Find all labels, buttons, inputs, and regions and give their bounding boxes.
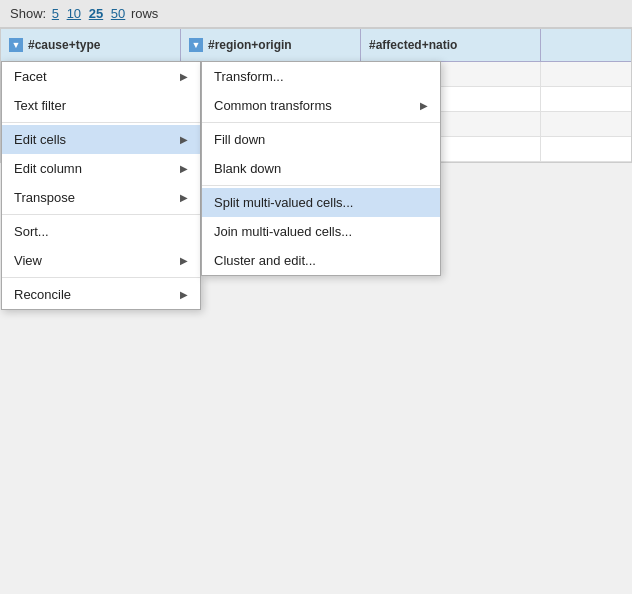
page-5[interactable]: 5 bbox=[52, 6, 59, 21]
menu-item-edit-column[interactable]: Edit column ▶ bbox=[2, 154, 200, 183]
submenu-label-transform: Transform... bbox=[214, 69, 284, 84]
menu-item-text-filter[interactable]: Text filter bbox=[2, 91, 200, 120]
submenu-arrow-reconcile: ▶ bbox=[180, 289, 188, 300]
submenu-arrow-edit-cells: ▶ bbox=[180, 134, 188, 145]
dropdown-arrow-region[interactable]: ▼ bbox=[189, 38, 203, 52]
menu-label-transpose: Transpose bbox=[14, 190, 75, 205]
menu-label-edit-cells: Edit cells bbox=[14, 132, 66, 147]
submenu-label-blank-down: Blank down bbox=[214, 161, 281, 176]
submenu-edit-cells: Transform... Common transforms ▶ Fill do… bbox=[201, 61, 441, 276]
menu-label-sort: Sort... bbox=[14, 224, 49, 239]
menu-separator-3 bbox=[2, 277, 200, 278]
submenu-label-split-multi: Split multi-valued cells... bbox=[214, 195, 353, 210]
menu-label-facet: Facet bbox=[14, 69, 47, 84]
menu-item-edit-cells[interactable]: Edit cells ▶ bbox=[2, 125, 200, 154]
page-25[interactable]: 25 bbox=[89, 6, 103, 21]
dropdown-arrow-cause[interactable]: ▼ bbox=[9, 38, 23, 52]
col-header-affected-nation[interactable]: #affected+natio bbox=[361, 29, 541, 61]
table-header: ▼ #cause+type ▼ #region+origin #affected… bbox=[1, 29, 631, 62]
col-header-cause-type[interactable]: ▼ #cause+type bbox=[1, 29, 181, 61]
submenu-separator-2 bbox=[202, 185, 440, 186]
submenu-item-split-multi[interactable]: Split multi-valued cells... bbox=[202, 188, 440, 217]
submenu-item-common-transforms[interactable]: Common transforms ▶ bbox=[202, 91, 440, 120]
submenu-arrow-view: ▶ bbox=[180, 255, 188, 266]
submenu-label-common-transforms: Common transforms bbox=[214, 98, 332, 113]
submenu-item-transform[interactable]: Transform... bbox=[202, 62, 440, 91]
col-label-region-origin: #region+origin bbox=[208, 38, 292, 52]
show-label: Show: bbox=[10, 6, 46, 21]
submenu-arrow-edit-column: ▶ bbox=[180, 163, 188, 174]
submenu-separator-1 bbox=[202, 122, 440, 123]
menu-label-text-filter: Text filter bbox=[14, 98, 66, 113]
submenu-arrow-facet: ▶ bbox=[180, 71, 188, 82]
submenu-item-fill-down[interactable]: Fill down bbox=[202, 125, 440, 154]
menu-item-reconcile[interactable]: Reconcile ▶ bbox=[2, 280, 200, 309]
page-10[interactable]: 10 bbox=[67, 6, 81, 21]
top-bar: Show: 5 10 25 50 rows bbox=[0, 0, 632, 28]
context-menu: Facet ▶ Text filter Edit cells ▶ Edit co… bbox=[1, 61, 201, 310]
submenu-label-cluster-edit: Cluster and edit... bbox=[214, 253, 316, 268]
menu-label-view: View bbox=[14, 253, 42, 268]
col-label-cause-type: #cause+type bbox=[28, 38, 100, 52]
rows-label: rows bbox=[131, 6, 158, 21]
menu-item-facet[interactable]: Facet ▶ bbox=[2, 62, 200, 91]
submenu-label-fill-down: Fill down bbox=[214, 132, 265, 147]
menu-label-reconcile: Reconcile bbox=[14, 287, 71, 302]
submenu-label-join-multi: Join multi-valued cells... bbox=[214, 224, 352, 239]
menu-separator-2 bbox=[2, 214, 200, 215]
submenu-item-join-multi[interactable]: Join multi-valued cells... bbox=[202, 217, 440, 246]
menu-item-view[interactable]: View ▶ bbox=[2, 246, 200, 275]
menu-separator-1 bbox=[2, 122, 200, 123]
menu-item-sort[interactable]: Sort... bbox=[2, 217, 200, 246]
col-label-affected-nation: #affected+natio bbox=[369, 38, 457, 52]
menu-label-edit-column: Edit column bbox=[14, 161, 82, 176]
submenu-item-cluster-edit[interactable]: Cluster and edit... bbox=[202, 246, 440, 275]
table-area: ▼ #cause+type ▼ #region+origin #affected… bbox=[0, 28, 632, 163]
submenu-arrow-common-transforms: ▶ bbox=[420, 100, 428, 111]
page-links: 5 10 25 50 bbox=[50, 6, 131, 21]
submenu-arrow-transpose: ▶ bbox=[180, 192, 188, 203]
page-50[interactable]: 50 bbox=[111, 6, 125, 21]
col-header-region-origin[interactable]: ▼ #region+origin bbox=[181, 29, 361, 61]
submenu-item-blank-down[interactable]: Blank down bbox=[202, 154, 440, 183]
menu-item-transpose[interactable]: Transpose ▶ bbox=[2, 183, 200, 212]
